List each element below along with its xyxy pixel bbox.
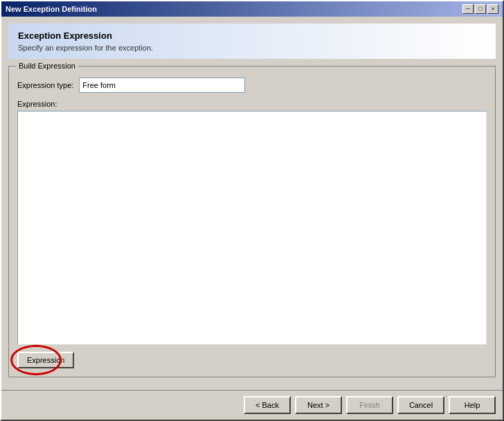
bottom-bar: < Back Next > Finish Cancel Help [1, 390, 503, 420]
next-button[interactable]: Next > [295, 396, 342, 414]
minimize-button[interactable]: ─ [462, 4, 474, 14]
back-button[interactable]: < Back [244, 396, 291, 414]
build-expression-group: Build Expression Expression type: Expres… [8, 66, 496, 377]
main-window: New Exception Definition ─ □ × Exception… [0, 0, 504, 421]
close-button[interactable]: × [487, 4, 498, 14]
expression-type-row: Expression type: [17, 78, 487, 93]
cancel-button[interactable]: Cancel [397, 396, 444, 414]
help-button[interactable]: Help [449, 396, 496, 414]
main-area: Build Expression Expression type: Expres… [8, 66, 496, 383]
window-title: New Exception Definition [6, 5, 97, 13]
window-content: Exception Expression Specify an expressi… [1, 17, 503, 390]
window-controls: ─ □ × [462, 4, 498, 14]
expression-type-input[interactable] [79, 78, 245, 93]
title-bar: New Exception Definition ─ □ × [1, 1, 503, 17]
expression-type-label: Expression type: [17, 81, 73, 89]
expression-btn-row: Expression [17, 352, 487, 368]
finish-button[interactable]: Finish [346, 396, 393, 414]
header-subtitle: Specify an expression for the exception. [18, 44, 486, 52]
expression-label: Expression: [17, 100, 487, 108]
header-title: Exception Expression [18, 30, 486, 41]
expression-button[interactable]: Expression [17, 352, 74, 368]
expression-textarea[interactable] [17, 111, 487, 345]
header-section: Exception Expression Specify an expressi… [8, 24, 496, 59]
group-legend: Build Expression [16, 62, 78, 70]
maximize-button[interactable]: □ [475, 4, 486, 14]
